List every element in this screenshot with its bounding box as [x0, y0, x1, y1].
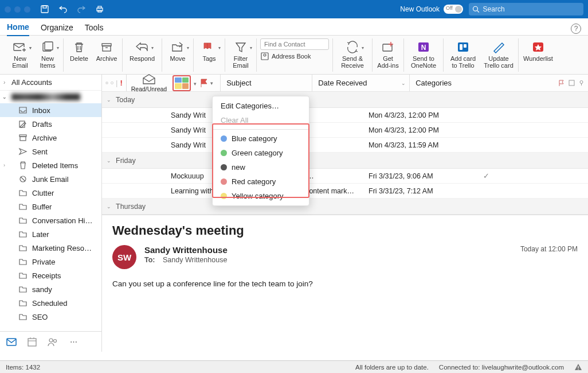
respond-label: Respond — [130, 55, 155, 62]
col-subject[interactable]: Subject — [220, 75, 312, 91]
window-close-dot[interactable] — [5, 6, 11, 13]
folder-private[interactable]: Private — [0, 255, 101, 269]
category-item[interactable]: new — [213, 160, 309, 174]
svg-rect-19 — [458, 42, 468, 52]
pin-small-icon — [578, 80, 585, 86]
tags-button[interactable]: ▾ Tags — [197, 38, 221, 63]
group-label: Thursday — [116, 203, 146, 211]
message-group-header[interactable]: ⌄Friday — [102, 153, 588, 169]
message-list: ⌄TodaySandy Writ's meetingMon 4/3/23, 12… — [102, 92, 588, 215]
folder-label: Archive — [32, 134, 57, 142]
send-receive-button[interactable]: ▾ Send & Receive — [336, 38, 369, 70]
folder-seo[interactable]: SEO — [0, 310, 101, 324]
address-book-button[interactable]: Address Book — [260, 52, 329, 60]
chevron-right-icon: › — [3, 79, 5, 86]
read-unread-button[interactable]: Read/Unread — [131, 73, 167, 92]
print-icon[interactable] — [95, 4, 105, 14]
message-row[interactable]: Sandy Writ's meetingMon 4/3/23, 12:00 PM — [102, 108, 588, 123]
folder-clutter[interactable]: Clutter — [0, 186, 101, 200]
folder-label: Drafts — [32, 120, 52, 129]
get-addins-button[interactable]: Get Add-ins — [376, 38, 400, 70]
message-row[interactable]: Learning with SemrushEcommerce content m… — [102, 184, 588, 199]
folder-label: Marketing Reso… — [32, 244, 92, 252]
search-field[interactable] — [469, 3, 583, 15]
folder-scheduled[interactable]: Scheduled — [0, 296, 101, 310]
category-item[interactable]: Red category — [213, 174, 309, 189]
message-group-header[interactable]: ⌄Today — [102, 92, 588, 108]
window-max-dot[interactable] — [24, 6, 30, 13]
message-group-header[interactable]: ⌄Thursday — [102, 199, 588, 215]
list-header-actions: Read/Unread ▾ ▾ — [127, 75, 220, 91]
filter-email-button[interactable]: ▾ Filter Email — [229, 38, 253, 70]
message-date: Mon 4/3/23, 12:00 PM — [369, 111, 483, 119]
all-accounts-header[interactable]: › All Accounts — [0, 75, 101, 91]
category-color-dot — [221, 164, 227, 170]
folder-inbox[interactable]: Inbox — [0, 103, 101, 117]
toggle-switch[interactable]: Off — [444, 5, 463, 14]
email-body: Can you set up a conference line for the… — [112, 279, 578, 288]
new-outlook-toggle[interactable]: New Outlook Off — [400, 5, 463, 14]
menu-tools[interactable]: Tools — [85, 21, 104, 36]
folder-label: Private — [32, 258, 55, 266]
category-label: Red category — [232, 177, 276, 186]
update-trello-button[interactable]: Update Trello card — [483, 38, 515, 70]
account-row[interactable]: ⌄ — [0, 91, 101, 103]
categorize-button[interactable]: ▾ — [173, 75, 191, 91]
folder-receipts[interactable]: Receipts — [0, 269, 101, 282]
menu-home[interactable]: Home — [7, 21, 29, 36]
warning-icon[interactable] — [574, 363, 582, 371]
folder-marketing[interactable]: Marketing Reso… — [0, 241, 101, 255]
folder-drafts[interactable]: Drafts — [0, 117, 101, 131]
category-item[interactable]: Green category — [213, 146, 309, 160]
move-button[interactable]: ▾ Move — [166, 38, 190, 63]
svg-rect-35 — [569, 80, 574, 86]
window-min-dot[interactable] — [14, 6, 21, 13]
respond-button[interactable]: ▾ Respond — [126, 38, 158, 63]
col-date[interactable]: Date Received⌄ — [312, 75, 409, 91]
folder-later[interactable]: Later — [0, 227, 101, 241]
people-view-button[interactable] — [47, 336, 58, 348]
flag-button[interactable]: ▾ — [197, 77, 215, 90]
category-item[interactable]: Blue category — [213, 131, 309, 146]
folder-junk[interactable]: Junk Email — [0, 172, 101, 186]
save-icon[interactable] — [40, 4, 50, 14]
svg-rect-1 — [43, 6, 46, 8]
message-row[interactable]: Mockuuup: Say hello to…Fri 3/31/23, 9:06… — [102, 169, 588, 184]
archive-button[interactable]: Archive — [95, 38, 119, 63]
folder-buffer[interactable]: Buffer — [0, 200, 101, 213]
add-trello-button[interactable]: Add card to Trello — [447, 38, 479, 70]
folder-sandy[interactable]: sandy — [0, 282, 101, 296]
sent-icon — [18, 147, 28, 156]
menu-organize[interactable]: Organize — [41, 21, 73, 36]
col-categories[interactable]: Categories — [409, 75, 588, 91]
category-item[interactable]: Yellow category — [213, 189, 309, 203]
chevron-down-icon: ⌄ — [2, 94, 7, 100]
wunderlist-button[interactable]: Wunderlist — [522, 38, 554, 63]
search-input[interactable] — [483, 5, 580, 13]
category-color-dot — [221, 135, 227, 142]
chevron-down-icon: ⌄ — [107, 97, 111, 103]
message-row[interactable]: Sandy WritortMon 4/3/23, 12:00 PM — [102, 123, 588, 138]
delete-button[interactable]: Delete — [67, 38, 91, 63]
calendar-view-button[interactable] — [26, 336, 38, 348]
mail-view-button[interactable] — [6, 336, 17, 348]
message-date: Fri 3/31/23, 9:06 AM — [369, 172, 483, 180]
email-title: Wednesday's meeting — [112, 223, 578, 238]
category-label: Yellow category — [232, 192, 284, 200]
new-email-button[interactable]: ▾▾ New Email — [8, 38, 32, 70]
message-row[interactable]: Sandy Writrson ProjectMon 4/3/23, 11:59 … — [102, 138, 588, 153]
new-items-button[interactable]: ▾ New Items — [36, 38, 60, 70]
help-icon[interactable]: ? — [571, 24, 581, 34]
categories-dropdown: Edit Categories… Clear All Blue category… — [212, 96, 309, 206]
folder-conv[interactable]: Conversation Hi… — [0, 213, 101, 227]
folder-deleted[interactable]: ›Deleted Items — [0, 158, 101, 172]
folder-archive[interactable]: Archive — [0, 131, 101, 145]
find-contact-input[interactable] — [260, 38, 329, 50]
move-label: Move — [170, 55, 186, 62]
redo-icon[interactable] — [76, 4, 87, 14]
more-view-button[interactable]: ⋯ — [68, 336, 79, 348]
undo-icon[interactable] — [58, 4, 68, 14]
send-onenote-button[interactable]: N Send to OneNote — [407, 38, 440, 70]
edit-categories-item[interactable]: Edit Categories… — [213, 99, 309, 113]
folder-sent[interactable]: Sent — [0, 145, 101, 158]
